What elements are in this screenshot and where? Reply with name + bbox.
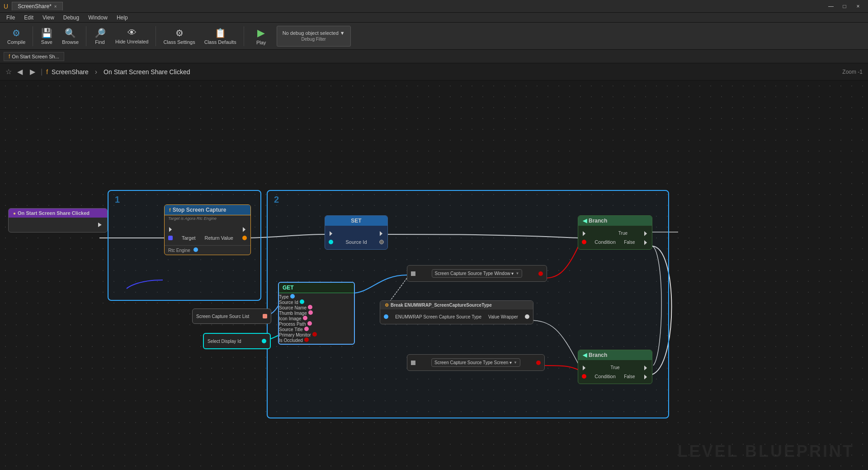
break-enum-out-label: Value Wrapper [488, 314, 518, 319]
blueprint-canvas[interactable]: 1 2 ● On Start Screen Share Clicked f St… [0, 81, 868, 470]
rtc-engine-pin [193, 247, 198, 252]
menu-edit[interactable]: Edit [19, 14, 38, 22]
save-icon: 💾 [41, 28, 52, 38]
toolbar-sep-3 [156, 26, 156, 46]
menu-debug[interactable]: Debug [59, 14, 84, 22]
star-icon[interactable]: ☆ [5, 67, 12, 76]
event-exec-row [9, 220, 107, 229]
blueprint-header: ☆ ◀ ▶ | f ScreenShare › On Start Screen … [0, 63, 868, 81]
select-display-id-node[interactable]: Select Display Id [203, 333, 271, 349]
branch2-node[interactable]: ◀ Branch ▶ True ▶ Condition False ▶ [578, 350, 652, 384]
menu-help[interactable]: Help [112, 14, 132, 22]
function-name-label: On Start Screen Share Clicked [104, 68, 190, 76]
container-1-label: 1 [115, 195, 120, 205]
watermark: LEVEL BLUEPRINT [678, 442, 854, 461]
set-sourceid-label: Source Id [345, 239, 367, 245]
select-display-label: Select Display Id [208, 339, 241, 344]
set-node[interactable]: SET ▶ ▶ Source Id [325, 215, 388, 250]
get-iconimage-pin [303, 316, 307, 320]
stop-screen-header: f Stop Screen Capture [165, 205, 250, 215]
get-struct-body: Type Source Id Source Name Thumb Image I… [279, 293, 354, 344]
screen-screen-label: Screen Capture Source Type Screen ▾ [434, 360, 512, 365]
branch2-exec-in: ▶ [583, 364, 586, 371]
screen-capture-window-body: Screen Capture Source Type Window ▾ [407, 266, 547, 281]
compile-icon: ⚙ [12, 28, 20, 38]
set-sourceid-in [329, 240, 333, 244]
break-enum-in-pin [384, 314, 388, 319]
screen-capture-screen-node[interactable]: Screen Capture Source Type Screen ▾ [407, 354, 545, 371]
branch2-true-exec: ▶ [644, 364, 647, 371]
debug-object-selector[interactable]: No debug object selected ▼ Debug Filter [277, 26, 351, 47]
break-enum-row: ENUMWRAP Screen Capture Source Type Valu… [380, 312, 533, 321]
back-nav-button[interactable]: ◀ [15, 66, 24, 77]
screenshare-label: ScreenShare [52, 68, 89, 76]
play-button[interactable]: ▶ Play [248, 24, 275, 48]
maximize-button[interactable]: □ [838, 2, 851, 11]
screen-capture-window-node[interactable]: Screen Capture Source Type Window ▾ [407, 265, 547, 282]
toolbar-sep-2 [86, 26, 86, 46]
screen-screen-row: Screen Capture Source Type Screen ▾ [407, 357, 544, 368]
select-display-body: Select Display Id [204, 334, 270, 348]
get-icon: GET [283, 285, 294, 291]
branch1-cond-label: Condition [594, 239, 615, 245]
save-button[interactable]: 💾 Save [37, 24, 57, 48]
minimize-button[interactable]: — [825, 2, 837, 11]
stop-return-label: Return Value [205, 235, 233, 241]
screen-capture-list-node[interactable]: Screen Capture Sourc List [192, 309, 271, 324]
window-controls: — □ × [825, 2, 864, 11]
get-occluded-label: Is Occluded [279, 338, 303, 343]
browse-button[interactable]: 🔍 Browse [58, 24, 82, 48]
close-tab-icon[interactable]: × [54, 4, 57, 9]
container-2-label: 2 [274, 195, 279, 205]
get-sourcename-pin [308, 305, 312, 309]
branch1-node[interactable]: ◀ Branch ▶ True ▶ Condition False ▶ [578, 215, 652, 250]
set-exec-row: ▶ ▶ [325, 228, 387, 237]
class-defaults-label: Class Defaults [204, 39, 236, 45]
stop-target-row: Target Return Value [165, 233, 250, 242]
stop-return-pin [242, 236, 247, 240]
close-button[interactable]: × [852, 2, 864, 11]
find-button[interactable]: 🔎 Find [90, 24, 110, 48]
class-settings-label: Class Settings [163, 39, 195, 45]
branch1-label: Branch [589, 218, 607, 224]
screen-screen-in-pin [411, 361, 415, 365]
branch1-true-exec: ▶ [644, 229, 647, 237]
hide-unrelated-button[interactable]: 👁 Hide Unrelated [112, 24, 152, 48]
select-display-row: Select Display Id [204, 337, 270, 346]
branch2-cond-label: Condition [594, 374, 615, 379]
stop-screen-subtitle: Target is Agora Rtc Engine [165, 215, 250, 222]
menu-view[interactable]: View [38, 14, 59, 22]
class-defaults-button[interactable]: 📋 Class Defaults [201, 24, 240, 48]
menu-window[interactable]: Window [84, 14, 112, 22]
event-exec-pin [98, 222, 104, 228]
event-label: On Start Screen Share Clicked [18, 210, 90, 216]
get-sourceid-pin [300, 299, 304, 304]
debug-object-label: No debug object selected ▼ [283, 30, 345, 36]
get-type-pin [290, 294, 295, 299]
branch1-cond-pin [582, 240, 586, 244]
window-tab[interactable]: ScreenShare* × [12, 2, 63, 10]
menu-file[interactable]: File [2, 14, 19, 22]
breadcrumb-tab[interactable]: f On Start Screen Sh... [4, 52, 64, 61]
save-label: Save [41, 39, 52, 45]
set-exec-out: ▶ [380, 229, 383, 237]
break-enum-node[interactable]: ⚙ Break ENUMWRAP_ScreenCaptureSourceType… [380, 300, 533, 324]
class-settings-button[interactable]: ⚙ Class Settings [160, 24, 198, 48]
stop-screen-capture-node[interactable]: f Stop Screen Capture Target is Agora Rt… [164, 204, 251, 255]
set-label: SET [330, 218, 383, 224]
get-struct-node[interactable]: GET Type Source Id Source Name Thumb Ima… [278, 282, 355, 345]
break-enum-body: ENUMWRAP Screen Capture Source Type Valu… [380, 309, 533, 324]
set-exec-in: ▶ [330, 229, 333, 237]
screen-window-selector[interactable]: Screen Capture Source Type Window ▾ [432, 269, 523, 278]
browse-label: Browse [62, 39, 79, 45]
compile-button[interactable]: ⚙ Compile [4, 24, 29, 48]
screen-screen-selector[interactable]: Screen Capture Source Type Screen ▾ [431, 358, 520, 367]
stop-exec-out: ▶ [243, 225, 246, 233]
event-node[interactable]: ● On Start Screen Share Clicked [8, 208, 108, 233]
break-enum-header: ⚙ Break ENUMWRAP_ScreenCaptureSourceType [380, 301, 533, 309]
screen-capture-screen-body: Screen Capture Source Type Screen ▾ [407, 355, 544, 370]
screen-window-label: Screen Capture Source Type Window ▾ [435, 271, 514, 276]
tab-label: ScreenShare* [18, 3, 52, 9]
browse-icon: 🔍 [65, 28, 76, 38]
forward-nav-button[interactable]: ▶ [28, 66, 37, 77]
